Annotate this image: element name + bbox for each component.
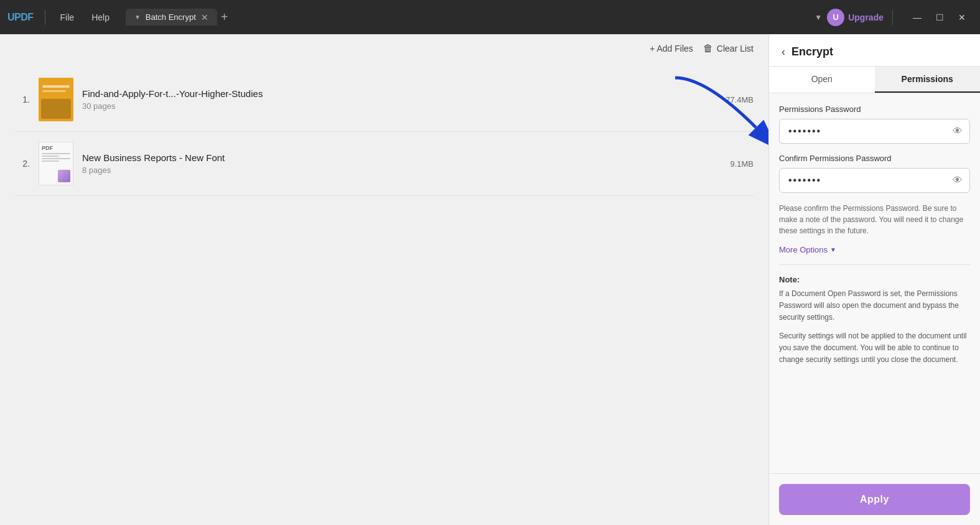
trash-icon: 🗑 bbox=[703, 43, 713, 54]
upgrade-button[interactable]: U Upgrade bbox=[827, 9, 884, 26]
add-files-button[interactable]: + Add Files bbox=[650, 44, 693, 53]
file-name-1: Find-and-Apply-For-t...-Your-Higher-Stud… bbox=[82, 88, 717, 99]
file-name-2: New Business Reports - New Font bbox=[82, 152, 721, 163]
clear-list-button[interactable]: 🗑 Clear List bbox=[703, 43, 754, 54]
add-files-label: + Add Files bbox=[650, 44, 693, 53]
new-tab-button[interactable]: + bbox=[221, 10, 228, 24]
back-arrow-icon[interactable]: ‹ bbox=[782, 45, 785, 58]
file-size-1: 77.4MB bbox=[726, 95, 754, 105]
file-index-2: 2. bbox=[15, 159, 30, 169]
section-divider bbox=[779, 264, 970, 265]
titlebar-divider bbox=[45, 10, 45, 25]
panel-title: Encrypt bbox=[791, 45, 833, 58]
permissions-password-field: 👁 bbox=[779, 119, 970, 144]
note-text-2: Security settings will not be applied to… bbox=[779, 330, 970, 366]
window-controls: — ☐ ✕ bbox=[907, 7, 973, 28]
clear-list-label: Clear List bbox=[717, 44, 754, 53]
apply-button-area: Apply bbox=[769, 473, 980, 525]
more-options-arrow-icon: ▼ bbox=[830, 246, 836, 253]
minimize-button[interactable]: — bbox=[907, 7, 928, 28]
permissions-password-input[interactable] bbox=[779, 119, 970, 144]
file-info-2: New Business Reports - New Font 8 pages bbox=[82, 152, 721, 175]
hint-text: Please confirm the Permissions Password.… bbox=[779, 203, 970, 236]
permissions-password-label: Permissions Password bbox=[779, 105, 970, 114]
table-row: 2. PDF New Business Reports - New Font 8… bbox=[15, 132, 754, 196]
file-thumbnail-1 bbox=[39, 78, 73, 121]
tab-close-icon[interactable]: ✕ bbox=[201, 13, 208, 22]
titlebar-divider-2 bbox=[892, 10, 893, 25]
panel-body: Permissions Password 👁 Confirm Permissio… bbox=[769, 93, 980, 473]
maximize-button[interactable]: ☐ bbox=[929, 7, 950, 28]
file-toolbar: + Add Files 🗑 Clear List bbox=[0, 34, 768, 63]
note-title: Note: bbox=[779, 275, 970, 284]
more-options-button[interactable]: More Options ▼ bbox=[779, 245, 970, 254]
tab-area: ▼ Batch Encrypt ✕ + bbox=[126, 9, 810, 26]
dropdown-arrow-icon[interactable]: ▼ bbox=[814, 13, 822, 22]
confirm-password-field: 👁 bbox=[779, 168, 970, 193]
file-pages-2: 8 pages bbox=[82, 165, 721, 175]
confirm-password-input[interactable] bbox=[779, 168, 970, 193]
panel-header: ‹ Encrypt bbox=[769, 34, 980, 67]
file-thumbnail-2: PDF bbox=[39, 142, 73, 185]
note-text-1: If a Document Open Password is set, the … bbox=[779, 288, 970, 324]
main-content: + Add Files 🗑 Clear List 1. Fin bbox=[0, 34, 980, 525]
app-logo: UPDF bbox=[7, 12, 34, 23]
batch-encrypt-tab[interactable]: ▼ Batch Encrypt ✕ bbox=[126, 9, 217, 26]
file-size-2: 9.1MB bbox=[730, 159, 754, 169]
tab-permissions[interactable]: Permissions bbox=[875, 67, 981, 93]
eye-toggle-icon-1[interactable]: 👁 bbox=[953, 126, 963, 137]
tab-dropdown-icon: ▼ bbox=[134, 14, 141, 21]
file-index-1: 1. bbox=[15, 95, 30, 105]
file-info-1: Find-and-Apply-For-t...-Your-Higher-Stud… bbox=[82, 88, 717, 111]
tab-open[interactable]: Open bbox=[769, 67, 875, 93]
table-row: 1. Find-and-Apply-For-t...-Your-Higher-S… bbox=[15, 68, 754, 132]
file-menu[interactable]: File bbox=[54, 10, 81, 25]
confirm-password-label: Confirm Permissions Password bbox=[779, 154, 970, 163]
upgrade-label: Upgrade bbox=[848, 12, 884, 22]
file-panel: + Add Files 🗑 Clear List 1. Fin bbox=[0, 34, 768, 525]
file-pages-1: 30 pages bbox=[82, 101, 717, 111]
tab-title: Batch Encrypt bbox=[146, 12, 196, 22]
eye-toggle-icon-2[interactable]: 👁 bbox=[953, 175, 963, 186]
titlebar: UPDF File Help ▼ Batch Encrypt ✕ + ▼ U U… bbox=[0, 0, 980, 34]
panel-tabs: Open Permissions bbox=[769, 67, 980, 93]
apply-button[interactable]: Apply bbox=[779, 484, 970, 515]
more-options-label: More Options bbox=[779, 245, 828, 254]
user-avatar: U bbox=[827, 9, 844, 26]
file-list: 1. Find-and-Apply-For-t...-Your-Higher-S… bbox=[0, 63, 768, 525]
help-menu[interactable]: Help bbox=[85, 10, 116, 25]
titlebar-right: ▼ U Upgrade — ☐ ✕ bbox=[814, 7, 973, 28]
right-panel: ‹ Encrypt Open Permissions Permissions P… bbox=[768, 34, 980, 525]
note-section: Note: If a Document Open Password is set… bbox=[779, 275, 970, 366]
close-button[interactable]: ✕ bbox=[951, 7, 973, 28]
